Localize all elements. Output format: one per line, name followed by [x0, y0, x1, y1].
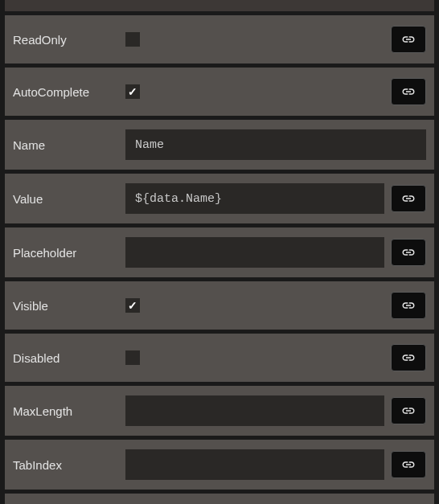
visible-bind-button[interactable]: [391, 292, 426, 319]
link-icon: [401, 84, 416, 99]
maxlength-label: MaxLength: [13, 404, 125, 418]
tabindex-bind-button[interactable]: [391, 451, 426, 478]
name-label: Name: [13, 138, 125, 152]
link-icon: [401, 298, 416, 313]
property-row-readonly: ReadOnly: [5, 15, 434, 64]
placeholder-input[interactable]: [125, 237, 384, 268]
link-icon: [401, 457, 416, 472]
readonly-label: ReadOnly: [13, 33, 125, 47]
property-row-name: Name: [5, 120, 434, 170]
disabled-checkbox[interactable]: [125, 350, 140, 365]
link-icon: [401, 350, 416, 365]
property-row-placeholder: Placeholder: [5, 227, 434, 277]
tabindex-input[interactable]: [125, 449, 384, 480]
visible-label: Visible: [13, 299, 125, 313]
attributes-section-header[interactable]: Attributes +: [5, 494, 434, 504]
property-row-tabindex: TabIndex: [5, 440, 434, 490]
property-row-disabled: Disabled: [5, 334, 434, 382]
link-icon: [401, 32, 416, 47]
name-input[interactable]: [125, 129, 426, 160]
readonly-checkbox[interactable]: [125, 32, 140, 47]
autocomplete-label: AutoComplete: [13, 85, 125, 99]
maxlength-bind-button[interactable]: [391, 397, 426, 424]
property-row-autocomplete: AutoComplete: [5, 68, 434, 116]
property-row-value: Value: [5, 174, 434, 223]
maxlength-input[interactable]: [125, 395, 384, 426]
value-label: Value: [13, 192, 125, 206]
disabled-bind-button[interactable]: [391, 344, 426, 371]
value-bind-button[interactable]: [391, 185, 426, 212]
link-icon: [401, 404, 416, 418]
tabindex-label: TabIndex: [13, 458, 125, 472]
panel-header-strip: [5, 0, 434, 11]
placeholder-bind-button[interactable]: [391, 239, 426, 266]
property-row-visible: Visible: [5, 281, 434, 330]
visible-checkbox[interactable]: [125, 298, 140, 313]
link-icon: [401, 245, 416, 260]
property-row-maxlength: MaxLength: [5, 386, 434, 436]
readonly-bind-button[interactable]: [391, 26, 426, 53]
placeholder-label: Placeholder: [13, 246, 125, 260]
autocomplete-checkbox[interactable]: [125, 84, 140, 99]
value-input[interactable]: [125, 183, 384, 214]
disabled-label: Disabled: [13, 351, 125, 365]
autocomplete-bind-button[interactable]: [391, 78, 426, 105]
link-icon: [401, 191, 416, 206]
